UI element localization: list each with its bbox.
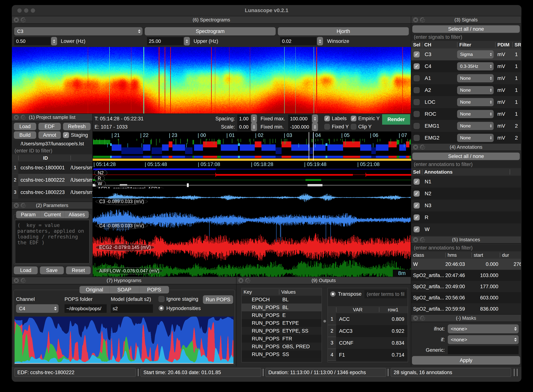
col-filter[interactable]: Filter — [457, 42, 495, 47]
fixed-y-checkbox[interactable] — [324, 124, 330, 130]
fixed-min-value[interactable]: -100.000 — [288, 123, 311, 131]
output-key-row[interactable]: RUN_POPS SS — [242, 350, 322, 358]
close-panel-icon[interactable] — [238, 278, 243, 283]
render-button[interactable]: Render — [382, 114, 410, 125]
resize-grip-icon[interactable] — [517, 369, 518, 376]
output-key-row[interactable]: RUN_POPS ETYPE — [242, 319, 322, 327]
n2-annotation-bar[interactable] — [93, 168, 216, 170]
col-key[interactable]: Key — [242, 289, 279, 294]
pops-folder-input[interactable] — [65, 304, 107, 313]
rem-annotation-bar[interactable] — [216, 174, 353, 176]
stepper-arrows-icon[interactable] — [312, 123, 318, 131]
scale-stepper[interactable]: 0.00 — [237, 123, 257, 131]
upper-hz-stepper[interactable]: 25.00 — [147, 37, 190, 46]
signal-filter-select[interactable]: None — [457, 98, 494, 106]
close-panel-icon[interactable] — [413, 17, 418, 22]
annotation-row[interactable]: N1 — [411, 176, 521, 188]
hypnograms-tab[interactable]: POPS — [139, 286, 169, 294]
close-panel-icon[interactable] — [14, 17, 19, 22]
outputs-filter-input[interactable] — [364, 290, 407, 298]
spectrogram-channel-select[interactable]: C3 — [14, 27, 143, 35]
instance-row[interactable]: W 20:46:03 0.000 276 — [411, 259, 521, 270]
scale-value[interactable]: 0.00 — [237, 123, 250, 131]
instance-row[interactable]: SpO2_artifa... 20:49:00 177.000 — [411, 281, 521, 292]
winsorize-stepper[interactable]: 0.02 — [280, 37, 323, 46]
annotation-row[interactable]: W — [411, 223, 521, 235]
output-result-row[interactable]: 2 ACC3 0.922 — [328, 325, 408, 337]
col-sel[interactable]: Sel — [411, 169, 422, 175]
close-panel-icon[interactable] — [14, 203, 19, 208]
spacing-stepper[interactable]: 1.00 — [237, 115, 257, 123]
undock-panel-icon[interactable] — [21, 17, 26, 22]
params-reset-button[interactable]: Reset — [66, 266, 91, 274]
generic-input[interactable] — [448, 346, 519, 354]
signal-checkbox[interactable] — [414, 135, 420, 141]
col-annotations[interactable]: Annotations — [422, 169, 510, 175]
hypnograms-tab[interactable]: Original — [79, 286, 109, 294]
id-filter-input[interactable] — [12, 147, 92, 154]
undock-panel-icon[interactable] — [21, 278, 26, 283]
labels-checkbox[interactable] — [324, 116, 330, 121]
resize-grip-icon[interactable] — [514, 369, 514, 376]
pops-channel-select[interactable]: C4 — [16, 304, 59, 313]
signal-row[interactable]: C3 Sigma mV 1 — [411, 48, 521, 60]
col-id[interactable]: ID — [18, 156, 71, 161]
undock-panel-icon[interactable] — [420, 17, 425, 22]
refresh-button[interactable]: Refresh — [63, 123, 91, 130]
signal-row[interactable]: A1 None mV 1 — [411, 72, 521, 84]
annotation-tracks[interactable]: N2 R W ASDA_arousal|Arousal_ASDA — [93, 168, 411, 188]
output-key-row[interactable]: RUN_POPS BL — [242, 303, 322, 311]
col-sr[interactable]: SR — [512, 42, 521, 47]
rem-annotation-bar2[interactable] — [366, 174, 411, 176]
output-key-row[interactable]: RUN_POPS E — [242, 311, 322, 319]
signal-row[interactable]: EMG2 None mV 2 — [411, 132, 521, 144]
signal-checkbox[interactable] — [414, 99, 420, 105]
spectrogram-mode-button[interactable]: Spectrogram — [145, 27, 276, 35]
parameters-textarea[interactable] — [15, 220, 90, 263]
fixed-max-value[interactable]: 100.000 — [288, 115, 311, 123]
col-values[interactable]: Values — [279, 289, 322, 294]
signal-filter-select[interactable]: Sigma — [457, 50, 494, 59]
annot-button[interactable]: Annot — [38, 131, 61, 139]
signal-row[interactable]: EMG1 None mV 2 — [411, 120, 521, 132]
signals-select-all-button[interactable]: Select all / none — [412, 25, 520, 33]
col-hms[interactable]: hms — [445, 253, 471, 258]
params-load-button[interactable]: Load — [14, 266, 38, 274]
signal-filter-select[interactable]: None — [457, 134, 494, 142]
close-panel-icon[interactable] — [413, 237, 418, 242]
col-sel[interactable]: Sel — [411, 42, 422, 47]
transpose-radio[interactable] — [330, 291, 336, 297]
fixed-max-stepper[interactable]: 100.000 — [288, 115, 318, 123]
hypnodensity-canvas[interactable] — [14, 317, 233, 364]
signal-checkbox[interactable] — [414, 75, 420, 81]
close-panel-icon[interactable] — [413, 145, 418, 149]
signal-filter-select[interactable]: None — [457, 122, 494, 130]
signal-checkbox[interactable] — [414, 111, 420, 117]
run-pops-button[interactable]: Run POPS — [203, 295, 233, 304]
signal-row[interactable]: LOC None mV 1 — [411, 96, 521, 108]
clip-y-checkbox[interactable] — [351, 124, 356, 130]
stepper-arrows-icon[interactable] — [251, 114, 257, 123]
annotation-row[interactable]: N2 — [411, 188, 521, 200]
annotation-checkbox[interactable] — [414, 215, 420, 220]
hour-ruler[interactable]: | 21| 22| 23| 00| 01| 02| 03| 04| 05| 06… — [93, 132, 411, 139]
annotation-checkbox[interactable] — [414, 179, 420, 185]
parameters-tab[interactable]: Current — [40, 211, 65, 218]
stepper-arrows-icon[interactable] — [317, 37, 323, 46]
hjorth-mode-button[interactable]: Hjorth — [278, 27, 409, 35]
lower-hz-stepper[interactable]: 0.50 — [14, 37, 57, 46]
arousal-annotation-bar2[interactable] — [308, 184, 323, 186]
fixed-min-stepper[interactable]: -100.000 — [288, 123, 318, 131]
params-save-button[interactable]: Save — [40, 266, 64, 274]
annotation-row[interactable]: N3 — [411, 200, 521, 211]
position-bar[interactable] — [93, 159, 411, 161]
sample-row[interactable]: 3 ccshs-trec-1800223 /Users/sm — [12, 186, 92, 198]
col-start[interactable]: start — [471, 253, 500, 258]
ifnot-select[interactable]: <none> — [448, 324, 519, 333]
stepper-arrows-icon[interactable] — [51, 37, 57, 46]
output-key-row[interactable]: RUN_POPS FTR — [242, 335, 322, 343]
output-result-row[interactable]: 4 F1 0.714 — [328, 349, 408, 361]
wake-annotation-bar[interactable] — [305, 179, 321, 181]
annotation-checkbox[interactable] — [414, 202, 420, 209]
instances-filter-input[interactable] — [412, 244, 521, 251]
